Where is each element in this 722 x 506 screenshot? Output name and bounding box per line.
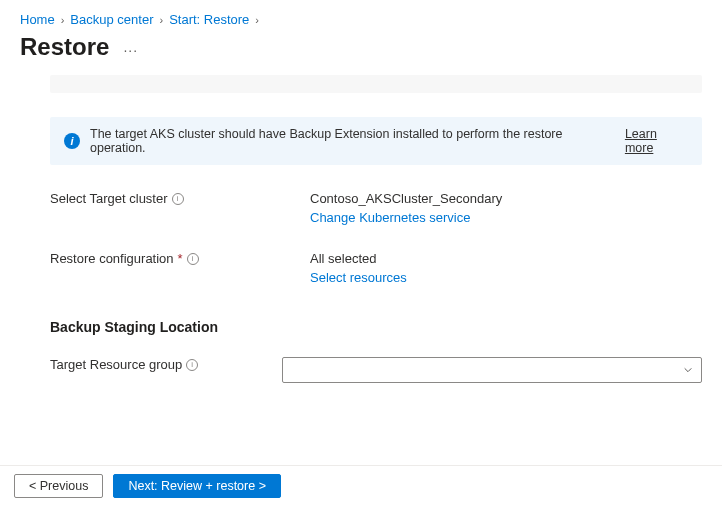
previous-button[interactable]: < Previous [14, 474, 103, 498]
field-label: Target Resource group i [50, 357, 282, 372]
chevron-right-icon: › [255, 14, 259, 26]
more-actions-button[interactable]: ··· [123, 42, 138, 58]
field-label: Select Target cluster i [50, 191, 310, 206]
main-content: i The target AKS cluster should have Bac… [0, 75, 722, 383]
learn-more-link[interactable]: Learn more [625, 127, 688, 155]
restore-config-label: Restore configuration [50, 251, 174, 266]
placeholder-bar [50, 75, 702, 93]
target-rg-label: Target Resource group [50, 357, 182, 372]
breadcrumb-home[interactable]: Home [20, 12, 55, 27]
field-value [282, 357, 702, 383]
wizard-footer: < Previous Next: Review + restore > [0, 465, 722, 506]
chevron-down-icon [683, 365, 693, 375]
next-review-restore-button[interactable]: Next: Review + restore > [113, 474, 281, 498]
field-target-cluster: Select Target cluster i Contoso_AKSClust… [50, 191, 702, 225]
section-heading: Backup Staging Location [50, 319, 702, 335]
change-kubernetes-link[interactable]: Change Kubernetes service [310, 210, 702, 225]
chevron-right-icon: › [61, 14, 65, 26]
field-label: Restore configuration * i [50, 251, 310, 266]
select-resources-link[interactable]: Select resources [310, 270, 702, 285]
page-header: Restore ··· [0, 31, 722, 75]
info-banner: i The target AKS cluster should have Bac… [50, 117, 702, 165]
field-restore-config: Restore configuration * i All selected S… [50, 251, 702, 285]
info-banner-text: The target AKS cluster should have Backu… [90, 127, 615, 155]
chevron-right-icon: › [159, 14, 163, 26]
target-resource-group-dropdown[interactable] [282, 357, 702, 383]
page-title: Restore [20, 33, 109, 61]
field-value: All selected Select resources [310, 251, 702, 285]
info-circle-icon[interactable]: i [172, 193, 184, 205]
target-cluster-label: Select Target cluster [50, 191, 168, 206]
breadcrumb-start-restore[interactable]: Start: Restore [169, 12, 249, 27]
target-cluster-value: Contoso_AKSCluster_Secondary [310, 191, 702, 206]
breadcrumb-backup-center[interactable]: Backup center [70, 12, 153, 27]
breadcrumb: Home › Backup center › Start: Restore › [0, 0, 722, 31]
info-circle-icon[interactable]: i [187, 253, 199, 265]
restore-config-value: All selected [310, 251, 702, 266]
required-asterisk: * [178, 251, 183, 266]
field-value: Contoso_AKSCluster_Secondary Change Kube… [310, 191, 702, 225]
info-circle-icon[interactable]: i [186, 359, 198, 371]
info-icon: i [64, 133, 80, 149]
field-target-resource-group: Target Resource group i [50, 357, 702, 383]
